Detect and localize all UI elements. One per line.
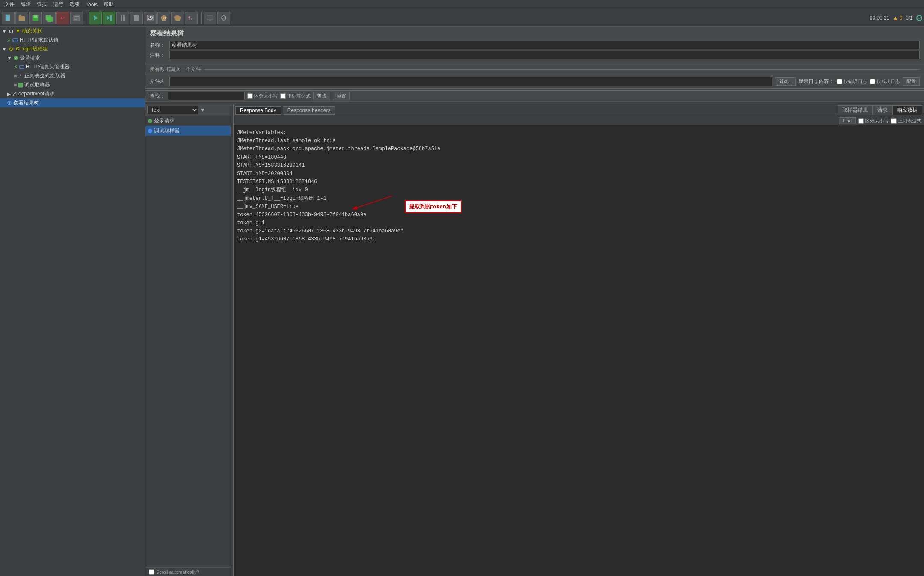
warning-count: ▲ 0 [893,15,902,21]
node-view-result-tree[interactable]: 察看结果树 [0,98,145,107]
response-tabs: Response Body Response headers 取样器结果 请求 [234,104,924,116]
sample-list: 登录请求 调试取样器 [145,116,231,567]
pencil-icon [12,92,17,97]
tab-response-body[interactable]: Response Body [235,106,281,115]
find-case-cb[interactable]: 区分大小写 [858,118,888,124]
save-btn[interactable] [29,12,42,24]
node-login-group[interactable]: ▼ ⚙ login线程组 [0,45,145,53]
response-content: Response Body Response headers 取样器结果 请求 [234,104,924,576]
svg-rect-2 [19,16,25,21]
sample-login[interactable]: 登录请求 [145,116,231,126]
case-cb[interactable] [247,93,253,99]
shutdown-btn[interactable] [144,12,157,24]
svg-rect-3 [19,15,21,17]
menu-edit[interactable]: 编辑 [18,0,33,9]
scroll-auto-label: Scroll automatically? [156,570,199,575]
find-regex-check[interactable] [891,118,897,124]
success-log-checkbox[interactable]: 仅成功日志 [870,78,900,85]
green-circle-icon [148,119,152,123]
sample-debug[interactable]: 调试取样器 [145,126,231,136]
menu-find[interactable]: 查找 [34,0,50,9]
node-http-default[interactable]: ✗ HTTP HTTP请求默认值 [0,36,145,45]
search-input[interactable] [168,92,245,100]
comment-input[interactable] [169,51,920,59]
find-btn[interactable]: 查找 [313,92,330,100]
clear-all-btn[interactable] [171,12,184,24]
menu-help[interactable]: 帮助 [101,0,116,9]
revert-btn[interactable]: ↩ [56,12,69,24]
name-input[interactable] [169,41,920,49]
menu-options[interactable]: 选项 [67,0,82,9]
sep2 [199,12,202,24]
tab-response-data[interactable]: 响应数据 [892,105,922,115]
new-btn[interactable] [2,12,15,24]
search-label: 查找： [150,92,165,100]
http-header-label: HTTP信息头管理器 [26,63,70,71]
response-body[interactable]: JMeterVariables: JMeterThread.last_sampl… [234,125,924,247]
ratio-display: 0/1 [906,15,913,21]
svg-text:f: f [188,15,190,21]
dropdown-arrow[interactable]: ▼ [200,107,205,113]
menu-file[interactable]: 文件 [2,0,17,9]
scroll-auto[interactable]: Scroll automatically? [145,567,231,576]
node-http-header[interactable]: ✗ HTTP信息头管理器 [0,62,145,71]
node-department-request[interactable]: ▶ department请求 [0,89,145,98]
header-icon [19,65,24,70]
find-case-check[interactable] [858,118,864,124]
tab-sampler-results[interactable]: 取样器结果 [838,105,873,115]
svg-text:HTTP: HTTP [13,39,18,42]
reset-btn[interactable]: 重置 [333,92,350,100]
regex-check[interactable]: 正则表达式 [280,93,311,99]
divider [204,69,920,70]
svg-rect-6 [33,18,38,21]
debug-icon [18,83,23,88]
save-all-btn[interactable] [43,12,56,24]
svg-text:✓: ✓ [918,16,921,21]
menu-tools[interactable]: Tools [83,1,100,9]
find-button[interactable]: Find [839,117,856,124]
check-circle-icon: ✓ [13,56,18,61]
tab-response-headers[interactable]: Response headers [283,106,335,115]
error-log-check[interactable] [837,79,842,84]
template-btn[interactable] [70,12,83,24]
format-dropdown[interactable]: Text HTML XML JSON [147,106,198,114]
square2-icon: ■ [14,82,17,88]
function-helper-btn[interactable]: fx [185,12,198,24]
node-dynamic-link[interactable]: ▼ ▼ 动态关联 [0,27,145,36]
svg-rect-18 [123,15,125,21]
node-login-request[interactable]: ▼ ✓ 登录请求 [0,53,145,62]
pause-btn[interactable] [116,12,129,24]
find-case-label: 区分大小写 [865,118,888,124]
error-log-checkbox[interactable]: 仅错误日志 [837,78,867,85]
arrow-dynamic: ▼ [2,28,7,34]
options-btn[interactable]: i [217,12,230,24]
debug-sampler-tree-label: 调试取样器 [24,81,50,89]
response-data-label: 响应数据 [897,107,918,113]
svg-text:↩: ↩ [60,15,65,21]
start-btn[interactable] [89,12,102,24]
node-regex-extractor[interactable]: ■ .* 正则表达式提取器 [0,71,145,80]
svg-point-36 [10,48,12,50]
view-icon [7,101,12,106]
check-icon: ✗ [7,37,11,43]
config-btn[interactable]: 配置 [903,77,920,86]
tab-headers-label: Response headers [287,107,331,113]
view-result-label: 察看结果树 [13,99,39,107]
tab-request[interactable]: 请求 [873,105,892,115]
all-data-label: 所有数据写入一个文件 [150,66,201,73]
node-debug-sampler-tree[interactable]: ■ 调试取样器 [0,80,145,89]
case-sensitive-check[interactable]: 区分大小写 [247,93,278,99]
success-log-check[interactable] [870,79,875,84]
open-btn[interactable] [15,12,28,24]
scroll-auto-cb[interactable] [149,569,154,575]
stop-btn[interactable] [130,12,143,24]
start-no-pause-btn[interactable] [103,12,116,24]
find-regex-cb[interactable]: 正则表达式 [891,118,921,124]
remote-start-btn[interactable] [204,12,216,24]
menu-run[interactable]: 运行 [50,0,66,9]
browse-btn[interactable]: 浏览... [775,77,796,86]
arrow-login-req: ▼ [7,55,12,61]
clear-btn[interactable]: ✕ [157,12,170,24]
regex-cb[interactable] [280,93,286,99]
file-input[interactable] [169,77,772,86]
